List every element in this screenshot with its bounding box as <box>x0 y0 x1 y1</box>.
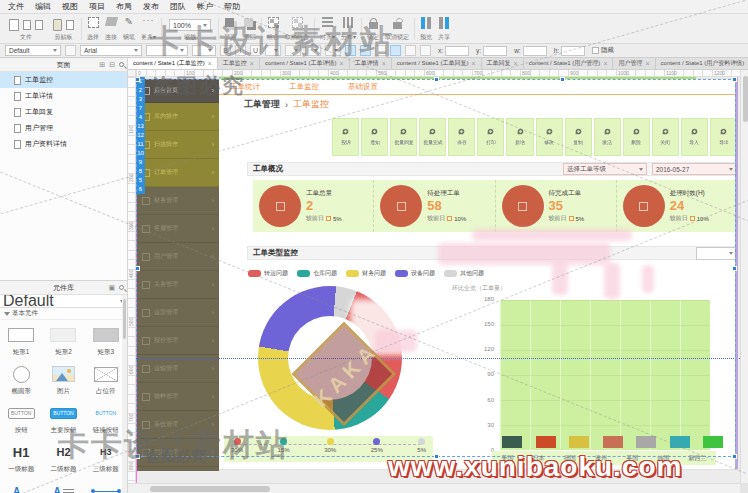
widget-item[interactable]: 矩形1 <box>0 320 42 359</box>
font-size-select[interactable] <box>192 45 216 56</box>
toolbar-group-clipboard[interactable]: 剪贴板 <box>48 15 79 43</box>
action-tile[interactable]: 批量完成 <box>419 118 446 156</box>
editor-tab[interactable]: 用户管理 × <box>613 58 655 69</box>
action-tile[interactable]: 投诉 <box>332 118 359 156</box>
close-icon[interactable]: × <box>340 60 344 67</box>
editor-tab[interactable]: 工单回复 × <box>482 58 524 69</box>
menu-item[interactable]: 帮助 <box>224 1 240 12</box>
widget-item[interactable]: 矩形3 <box>85 320 127 359</box>
design-sidebar-item[interactable]: 系统管理 › <box>137 411 219 439</box>
italic-button[interactable]: I <box>235 45 246 56</box>
fill-color-picker[interactable] <box>285 45 301 56</box>
legend-item[interactable]: 设备问题 <box>395 269 435 278</box>
selection-handle[interactable] <box>434 77 439 82</box>
design-sidebar-menu[interactable]: 后台首页 › 库内操作 › 扫描操作 › 订单管理 <box>137 79 219 471</box>
design-topnav-item[interactable]: 基础设置 <box>348 82 378 92</box>
bring-to-front-button[interactable]: 顶层 <box>221 15 240 43</box>
close-icon[interactable]: × <box>382 60 386 67</box>
font-weight-select[interactable] <box>146 45 188 56</box>
selection-handle[interactable] <box>732 77 737 82</box>
stat-card[interactable]: 待完成工单 35 较前日5% <box>496 180 617 232</box>
action-tile[interactable]: 打印 <box>477 118 504 156</box>
breadcrumb-parent[interactable]: 工单管理 <box>244 98 280 111</box>
date-select[interactable]: 2016-05-27 <box>652 163 737 175</box>
copy-icon[interactable] <box>66 20 74 30</box>
page-tree-item[interactable]: 用户管理 <box>0 120 127 136</box>
preview-button[interactable]: 预览 <box>417 15 435 43</box>
design-sidebar-item[interactable]: 客服管理 › <box>137 215 219 243</box>
widget-item[interactable]: BUTTON 链接按钮 <box>85 398 127 437</box>
horizontal-ruler[interactable]: 0100200300400500600700800900100011001200 <box>136 70 740 77</box>
action-tile[interactable]: 批量回复 <box>390 118 417 156</box>
lock-button[interactable]: 锁定 <box>364 15 382 43</box>
share-button[interactable]: 共享 <box>435 15 453 43</box>
action-tile[interactable]: 激活 <box>594 118 621 156</box>
area-chart-plot[interactable] <box>500 300 710 450</box>
widget-item[interactable]: H3 三级标题 <box>85 437 127 476</box>
widget-panel-scrollbar[interactable] <box>122 295 127 493</box>
widget-item[interactable]: A 文本标签 <box>0 476 42 493</box>
action-tile[interactable]: 关闭 <box>652 118 679 156</box>
x-input[interactable] <box>445 46 469 56</box>
close-icon[interactable]: × <box>603 60 607 67</box>
design-sidebar-item[interactable]: 订单管理 › <box>137 159 219 187</box>
align-top-button[interactable] <box>390 45 401 56</box>
library-select[interactable]: Default <box>0 295 127 308</box>
widget-item[interactable]: A 文本段落 <box>42 476 84 493</box>
level-select[interactable]: 选择工单等级 <box>563 163 647 175</box>
menu-item[interactable]: 帐户 <box>197 1 213 12</box>
widget-item[interactable]: BUTTON 主要按钮 <box>42 398 84 437</box>
page-tree-item[interactable]: 工单监控 <box>0 72 127 88</box>
vertical-guide[interactable] <box>136 469 137 483</box>
menu-item[interactable]: 文件 <box>8 1 24 12</box>
checkbox-icon[interactable] <box>592 47 599 54</box>
widget-item[interactable]: BUTTON 按钮 <box>0 398 42 437</box>
underline-button[interactable]: U <box>250 45 261 56</box>
open-file-icon[interactable] <box>23 20 31 30</box>
selection-handle[interactable] <box>434 454 439 459</box>
widget-item[interactable]: 占位符 <box>85 359 127 398</box>
save-icon[interactable] <box>35 20 43 30</box>
design-sidebar-item[interactable]: 运输管理 › <box>137 355 219 383</box>
design-sidebar-item[interactable]: 库内操作 › <box>137 103 219 131</box>
menu-item[interactable]: 布局 <box>116 1 132 12</box>
editor-tab[interactable]: content / State1 (工单回复) × <box>392 58 482 69</box>
page-tree-item[interactable]: 用户资料详情 <box>0 136 127 152</box>
type-filter-select[interactable] <box>696 247 736 260</box>
menu-item[interactable]: 编辑 <box>35 1 51 12</box>
design-canvas[interactable]: 后台首页 › 库内操作 › 扫描操作 › 订单管理 <box>136 77 740 483</box>
editor-tab[interactable]: content / State1 (工单监控) × <box>128 58 218 69</box>
widget-item[interactable]: 水平线 <box>85 476 127 493</box>
add-folder-icon[interactable]: ⊟ <box>109 61 115 68</box>
selection-handle[interactable] <box>560 77 565 82</box>
stat-card[interactable]: 处理时效(H) 24 较前日10% <box>617 180 737 232</box>
menu-item[interactable]: 视图 <box>62 1 78 12</box>
close-icon[interactable]: × <box>208 60 212 67</box>
legend-item[interactable]: 其他问题 <box>444 269 484 278</box>
editor-tab[interactable]: 工单详情 × <box>350 58 392 69</box>
pen-mode-button[interactable]: ✎ 钢笔 <box>120 15 138 43</box>
line-color-picker[interactable] <box>305 45 321 56</box>
legend-item[interactable]: 财务问题 <box>346 269 386 278</box>
design-sidebar-item[interactable]: 扫描操作 › <box>137 131 219 159</box>
design-sidebar-item[interactable]: 关务管理 › <box>137 271 219 299</box>
ungroup-button[interactable]: 取消组合 <box>282 15 312 43</box>
vertical-scrollbar[interactable] <box>740 70 748 483</box>
design-sidebar-item[interactable]: 财务管理 › <box>137 187 219 215</box>
action-tile[interactable]: 删除 <box>623 118 650 156</box>
border-style-picker[interactable] <box>325 45 341 56</box>
unlock-button[interactable]: 取消锁定 <box>382 15 412 43</box>
stat-card[interactable]: 工单总量 2 较前日5% <box>253 180 374 232</box>
toolbar-group-file[interactable]: 文件 <box>4 15 48 43</box>
align-right-button[interactable] <box>375 45 386 56</box>
align-left-button[interactable] <box>345 45 356 56</box>
add-page-icon[interactable]: ⊞ <box>99 61 105 68</box>
menu-item[interactable]: 团队 <box>170 1 186 12</box>
widget-item[interactable]: 矩形2 <box>42 320 84 359</box>
action-tile[interactable]: 复制 <box>565 118 592 156</box>
action-tile[interactable]: 新增 <box>506 118 533 156</box>
widget-item[interactable]: 椭圆形 <box>0 359 42 398</box>
legend-item[interactable]: 转运问题 <box>248 269 288 278</box>
design-sidebar-item[interactable]: 运营管理 › <box>137 299 219 327</box>
connect-mode-button[interactable]: 连接 <box>102 15 120 43</box>
